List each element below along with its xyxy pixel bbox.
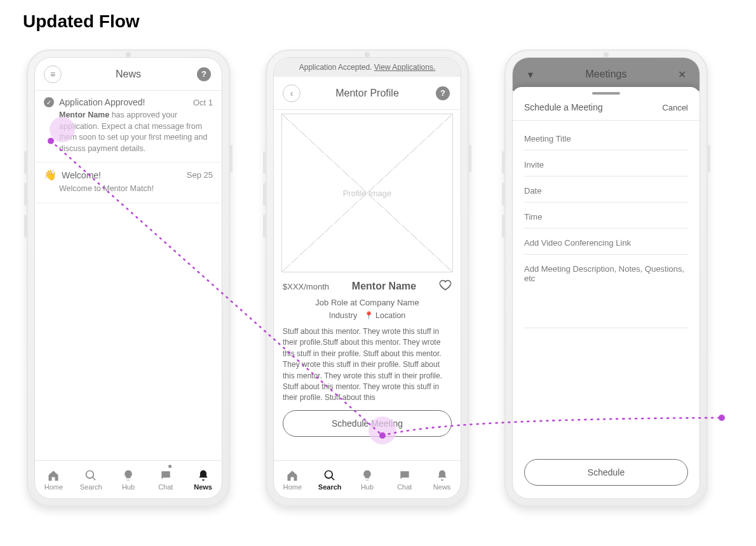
field-time[interactable]: Time — [524, 203, 688, 229]
tab-news[interactable]: News — [423, 461, 461, 498]
schedule-sheet: Schedule a Meeting Cancel Meeting Title … — [513, 87, 699, 498]
field-date[interactable]: Date — [524, 176, 688, 203]
back-icon[interactable]: ‹ — [283, 84, 300, 102]
navbar-meetings: ▾ Meetings ✕ — [513, 58, 699, 91]
bell-icon — [436, 469, 449, 482]
home-icon — [286, 469, 299, 482]
mentor-name: Mentor Name — [329, 281, 439, 292]
chat-icon — [398, 469, 411, 482]
sheet-grabber[interactable] — [592, 92, 620, 95]
news-item-body: Welcome to Mentor Match! — [44, 181, 213, 195]
close-icon[interactable]: ✕ — [678, 69, 686, 81]
schedule-button[interactable]: Schedule — [524, 459, 688, 486]
view-applications-link[interactable]: View Applications. — [374, 63, 436, 72]
search-icon — [84, 469, 97, 482]
tab-chat[interactable]: Chat — [386, 461, 423, 498]
tab-hub[interactable]: Hub — [110, 461, 147, 498]
sheet-title: Schedule a Meeting — [524, 102, 603, 112]
tab-search[interactable]: Search — [72, 461, 110, 498]
profile-image-placeholder: Profile Image — [281, 114, 453, 272]
phone-profile: Application Accepted. View Applications.… — [266, 50, 469, 507]
phone-news: ≡ News ? ✓ Application Approved! Oct 1 — [27, 50, 230, 507]
help-icon[interactable]: ? — [436, 86, 450, 100]
tab-search[interactable]: Search — [311, 461, 349, 498]
nav-title: Mentor Profile — [307, 88, 428, 99]
bell-icon — [197, 469, 210, 482]
nav-title: Meetings — [546, 69, 666, 80]
tabbar: Home Search Hub Chat — [35, 460, 222, 498]
nav-title: News — [68, 69, 189, 80]
mentor-role: Job Role at Company Name — [274, 294, 461, 307]
navbar-profile: ‹ Mentor Profile ? — [274, 77, 461, 110]
tab-home[interactable]: Home — [274, 461, 311, 498]
mentor-bio: Stuff about this mentor. They wrote this… — [274, 326, 461, 404]
tab-news[interactable]: News — [184, 461, 222, 498]
news-item-title: Welcome! — [62, 170, 101, 180]
tab-chat[interactable]: Chat — [147, 461, 184, 498]
cancel-button[interactable]: Cancel — [663, 103, 688, 112]
check-circle-icon: ✓ — [44, 97, 54, 107]
notification-dot-icon — [168, 465, 172, 468]
news-item[interactable]: ✓ Application Approved! Oct 1 Mentor Nam… — [35, 91, 222, 163]
page-title: Updated Flow — [23, 11, 733, 32]
news-item-date: Oct 1 — [193, 98, 213, 107]
hamburger-icon[interactable]: ≡ — [44, 65, 62, 83]
bulb-icon — [361, 469, 374, 482]
home-icon — [47, 469, 60, 482]
mentor-meta: Industry 📍 Location — [274, 307, 461, 326]
price-label: $XXX/month — [283, 282, 329, 291]
filter-icon[interactable]: ▾ — [528, 69, 533, 81]
search-icon — [323, 469, 336, 482]
news-item-date: Sep 25 — [187, 170, 213, 180]
acceptance-banner: Application Accepted. View Applications. — [274, 58, 461, 77]
field-description[interactable]: Add Meeting Description, Notes, Question… — [524, 255, 688, 328]
section-cutoff-text — [274, 439, 461, 442]
wave-icon: 👋 — [44, 169, 57, 181]
navbar-news: ≡ News ? — [35, 58, 222, 91]
schedule-meeting-button[interactable]: Schedule Meeting — [283, 410, 452, 437]
help-icon[interactable]: ? — [197, 67, 211, 81]
phone-schedule: ▾ Meetings ✕ Schedule a Meeting Cancel M… — [504, 50, 708, 507]
bulb-icon — [122, 469, 135, 482]
news-item-body: Mentor Name has approved your applicatio… — [44, 107, 213, 154]
favorite-icon[interactable] — [439, 279, 452, 294]
chat-icon — [159, 469, 172, 482]
tab-home[interactable]: Home — [35, 461, 72, 498]
tabbar: Home Search Hub Chat — [274, 460, 461, 498]
tab-hub[interactable]: Hub — [349, 461, 386, 498]
news-item[interactable]: 👋 Welcome! Sep 25 Welcome to Mentor Matc… — [35, 163, 222, 203]
news-item-title: Application Approved! — [59, 97, 145, 107]
location-pin-icon: 📍 — [364, 311, 374, 320]
field-meeting-title[interactable]: Meeting Title — [524, 124, 688, 150]
field-invite[interactable]: Invite — [524, 150, 688, 176]
field-video-link[interactable]: Add Video Conferencing Link — [524, 229, 688, 255]
